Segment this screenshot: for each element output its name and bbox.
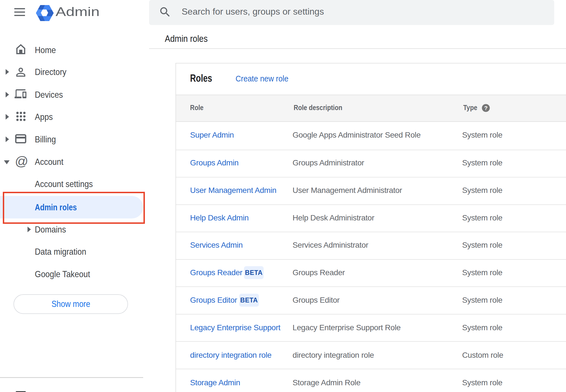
svg-text:?: ?	[484, 105, 487, 111]
